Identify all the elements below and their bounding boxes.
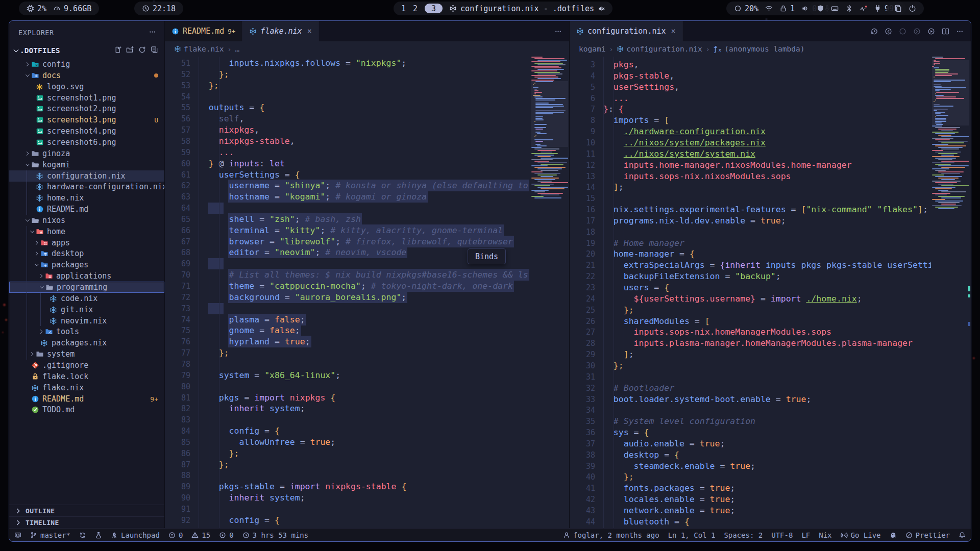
tree-item-home.nix[interactable]: home.nix	[9, 192, 164, 204]
brightness-module[interactable]: 20%	[734, 4, 758, 13]
status-clock[interactable]: 3 hrs 53 mins	[242, 531, 309, 539]
clock-module[interactable]: 22:18	[142, 4, 176, 13]
status-rocket[interactable]: Launchpad	[111, 531, 160, 539]
session-module[interactable]	[887, 2, 924, 15]
tree-item-nixos[interactable]: nixos	[9, 215, 164, 226]
breadcrumb-item[interactable]: flake.nix	[174, 45, 224, 53]
tree-item-configuration.nix[interactable]: configuration.nix	[9, 170, 164, 182]
tree-item-apps[interactable]: apps	[9, 237, 164, 248]
minimap-right[interactable]	[932, 57, 969, 528]
tree-item-applications[interactable]: applications	[9, 270, 164, 282]
breadcrumb-item[interactable]: kogami	[579, 45, 605, 53]
chevron-down-icon[interactable]	[24, 162, 31, 168]
tree-item-kogami[interactable]: kogami	[9, 159, 164, 170]
workspace-root-row[interactable]: .DOTFILES	[9, 44, 164, 57]
breadcrumb-item[interactable]: …	[235, 45, 239, 53]
tree-item-screenshot2.png[interactable]: screenshot2.png	[9, 103, 164, 114]
timeline-section[interactable]: TIMELINE	[9, 516, 164, 528]
status-slash[interactable]: Prettier	[905, 531, 950, 539]
chevron-down-icon[interactable]	[24, 72, 31, 79]
new-file-icon[interactable]	[114, 46, 121, 54]
status-ghost[interactable]	[890, 532, 897, 539]
status-target[interactable]: 0	[219, 531, 233, 539]
breadcrumb-item[interactable]: configuration.nix	[617, 45, 702, 53]
new-folder-icon[interactable]	[126, 46, 134, 54]
status-ln[interactable]: Ln 1, Col 1	[668, 531, 716, 539]
close-tab-icon[interactable]: ×	[671, 27, 676, 36]
gauge-module[interactable]: 9.66GB	[53, 4, 91, 13]
tree-item-README.md[interactable]: README.md	[9, 204, 164, 215]
workspace-3[interactable]: 3	[425, 4, 443, 13]
status-beaker[interactable]	[95, 532, 102, 539]
history-icon[interactable]	[870, 28, 878, 35]
status-error[interactable]: 0	[168, 531, 183, 539]
tree-item-tools[interactable]: tools	[9, 326, 164, 337]
chevron-right-icon[interactable]	[38, 329, 44, 335]
tree-item-flake.lock[interactable]: flake.lock	[9, 371, 164, 382]
status-broadcast[interactable]: Go Live	[841, 531, 881, 539]
status-branch[interactable]: master*	[30, 531, 70, 539]
tree-item-flake.nix[interactable]: flake.nix	[9, 382, 164, 393]
tree-item-neovim.nix[interactable]: neovim.nix	[9, 315, 164, 327]
tree-item-README.md[interactable]: README.md9+	[9, 393, 164, 405]
tree-item-code.nix[interactable]: code.nix	[9, 293, 164, 304]
chevron-right-icon[interactable]	[33, 251, 40, 257]
status-warning[interactable]: 15	[191, 531, 210, 539]
chevron-right-icon[interactable]	[29, 351, 35, 357]
tree-item-screenshot6.png[interactable]: screenshot6.png	[9, 137, 164, 148]
chevron-right-icon[interactable]	[24, 151, 31, 157]
nav-dot-icon[interactable]	[899, 28, 906, 35]
workspace-switcher[interactable]: 123	[401, 4, 443, 13]
code-editor-flake-nix[interactable]: 51inputs.nixpkgs.follows = "nixpkgs";52}…	[165, 57, 531, 528]
tab-flake.nix[interactable]: flake.nix×	[242, 21, 318, 41]
tree-item-logo.svg[interactable]: logo.svg	[9, 81, 164, 92]
minimap-left[interactable]	[531, 57, 568, 528]
code-editor-configuration-nix[interactable]: 3pkgs,4pkgs-stable,5userSettings,6...7}:…	[570, 57, 931, 528]
nav-forward-icon[interactable]	[913, 28, 921, 35]
minimap-slider[interactable]	[531, 81, 568, 147]
tree-item-config[interactable]: config	[9, 59, 164, 70]
workspace-2[interactable]: 2	[413, 4, 418, 13]
chevron-down-icon[interactable]	[12, 47, 20, 55]
tree-item-programming[interactable]: programming	[9, 282, 164, 293]
tree-item-packages[interactable]: packages	[9, 259, 164, 270]
status-person[interactable]: foglar, 2 months ago	[563, 531, 659, 539]
tree-item-TODO.md[interactable]: TODO.md	[9, 404, 164, 415]
keyboard-module[interactable]	[831, 5, 839, 12]
refresh-icon[interactable]	[138, 46, 146, 54]
workspaces-title-module[interactable]: 123 configuration.nix - .dotfiles	[394, 2, 612, 15]
power-module[interactable]	[909, 5, 916, 12]
chevron-down-icon[interactable]	[29, 229, 35, 235]
more-icon[interactable]	[554, 28, 562, 35]
status-sync[interactable]	[79, 532, 86, 539]
cpu-module[interactable]: 2%	[27, 4, 46, 13]
system-stats-module[interactable]: 2%9.66GB	[19, 2, 99, 15]
chevron-down-icon[interactable]	[38, 284, 45, 290]
minimap-slider[interactable]	[932, 60, 969, 126]
shield-module[interactable]	[817, 5, 824, 12]
workspace-1[interactable]: 1	[401, 4, 406, 13]
tree-item-screenshot1.png[interactable]: screenshot1.png	[9, 92, 164, 104]
tree-item-hardware-configuration.nix[interactable]: hardware-configuration.nix	[9, 181, 164, 192]
tree-item-home[interactable]: home	[9, 226, 164, 237]
wifi-module[interactable]	[765, 5, 773, 12]
chevron-right-icon[interactable]	[24, 61, 31, 67]
chevron-down-icon[interactable]	[33, 262, 40, 268]
status-spaces[interactable]: Spaces: 2	[724, 531, 763, 539]
chevron-down-icon[interactable]	[24, 217, 31, 223]
tab-README.md[interactable]: README.md9+	[165, 21, 242, 41]
tree-item-system[interactable]: system	[9, 348, 164, 360]
status-utf-8[interactable]: UTF-8	[771, 531, 793, 539]
status-remote[interactable]	[14, 532, 21, 539]
activity-module[interactable]	[860, 5, 867, 12]
breadcrumb-item[interactable]: ƒₓ(anonymous lambda)	[713, 45, 804, 53]
bluetooth-module[interactable]	[845, 5, 853, 12]
close-tab-icon[interactable]: ×	[307, 27, 312, 36]
clock-module[interactable]: 22:18	[134, 2, 183, 15]
tab-configuration.nix[interactable]: configuration.nix×	[570, 21, 683, 41]
chevron-right-icon[interactable]	[38, 273, 44, 279]
more-icon[interactable]	[956, 28, 964, 35]
split-editor-icon[interactable]	[942, 28, 949, 35]
status-lf[interactable]: LF	[801, 531, 810, 539]
tree-item-packages.nix[interactable]: packages.nix	[9, 337, 164, 348]
